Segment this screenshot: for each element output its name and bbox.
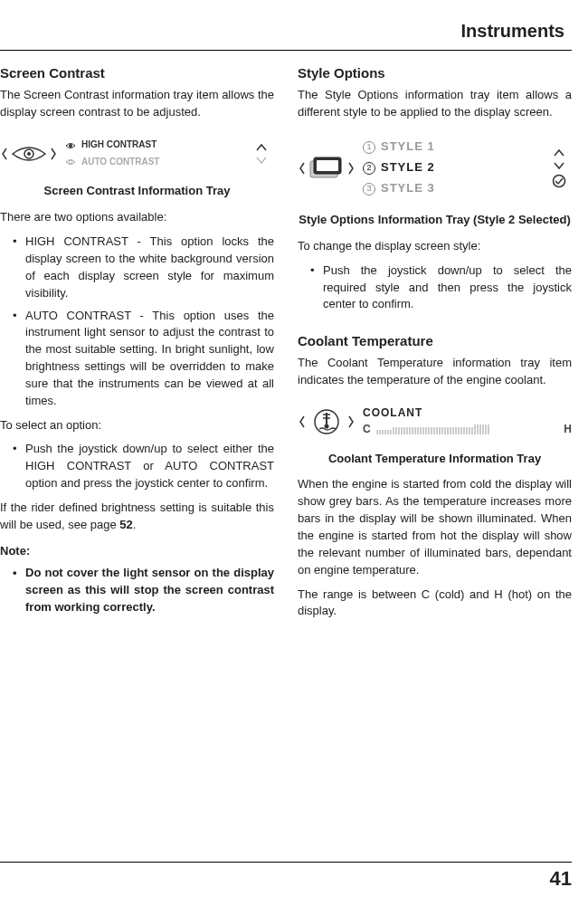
svg-point-1 bbox=[27, 152, 31, 156]
contrast-options-bullets: HIGH CONTRAST - This option locks the di… bbox=[0, 234, 274, 409]
page-header: Instruments bbox=[0, 18, 572, 51]
chevron-down-icon bbox=[553, 161, 565, 170]
right-column: Style Options The Style Options informat… bbox=[298, 63, 572, 627]
coolant-tray: COOLANT C H bbox=[298, 398, 572, 445]
coolant-nav-icon bbox=[298, 405, 356, 438]
style-change-bullets: Push the joystick down/up to select the … bbox=[298, 262, 572, 314]
eye-nav-icon bbox=[0, 139, 58, 168]
bullet-push-joystick: Push the joystick down/up to select eith… bbox=[13, 441, 274, 492]
para-style-intro: The Style Options information tray item … bbox=[298, 87, 572, 121]
contrast-up-down-arrows bbox=[249, 143, 274, 165]
caption-contrast-tray: Screen Contrast Information Tray bbox=[0, 183, 274, 200]
eye-outline-icon bbox=[65, 157, 76, 167]
contrast-options-list: HIGH CONTRAST AUTO CONTRAST bbox=[65, 137, 242, 170]
style-row-3: 3 STYLE 3 bbox=[363, 178, 539, 199]
para-coolant-behavior: When the engine is started from cold the… bbox=[298, 476, 572, 578]
coolant-c-label: C bbox=[363, 422, 371, 437]
style-number-2: 2 bbox=[363, 162, 375, 175]
two-column-layout: Screen Contrast The Screen Contrast info… bbox=[0, 63, 572, 627]
coolant-body: COOLANT C H bbox=[363, 405, 572, 437]
page-number: 41 bbox=[550, 864, 572, 893]
para-coolant-range: The range is between C (cold) and H (hot… bbox=[298, 587, 572, 621]
para-rider-brightness: If the rider defined brightness setting … bbox=[0, 500, 274, 534]
note-heading: Note: bbox=[0, 543, 274, 560]
para-contrast-intro: The Screen Contrast information tray ite… bbox=[0, 87, 274, 121]
heading-screen-contrast: Screen Contrast bbox=[0, 63, 274, 83]
chevron-up-icon bbox=[255, 143, 268, 152]
heading-coolant: Coolant Temperature bbox=[298, 331, 572, 351]
style-number-3: 3 bbox=[363, 183, 375, 196]
svg-point-12 bbox=[325, 424, 329, 428]
bullet-auto-contrast: AUTO CONTRAST - This option uses the ins… bbox=[13, 308, 274, 410]
para-rider-pre: If the rider defined brightness setting … bbox=[0, 501, 274, 531]
svg-rect-6 bbox=[317, 160, 338, 171]
para-to-select: To select an option: bbox=[0, 417, 274, 434]
select-bullets: Push the joystick down/up to select eith… bbox=[0, 441, 274, 492]
para-rider-post: . bbox=[133, 518, 137, 531]
style-row-2: 2 STYLE 2 bbox=[363, 157, 539, 178]
note-list: Do not cover the light sensor on the dis… bbox=[0, 565, 274, 616]
caption-style-tray: Style Options Information Tray (Style 2 … bbox=[298, 212, 572, 229]
heading-style-options: Style Options bbox=[298, 63, 572, 83]
coolant-bars bbox=[376, 424, 559, 434]
para-coolant-intro: The Coolant Temperature information tray… bbox=[298, 355, 572, 389]
screen-nav-icon bbox=[298, 152, 356, 185]
svg-point-7 bbox=[554, 175, 565, 186]
style-number-1: 1 bbox=[363, 141, 375, 154]
chevron-up-icon bbox=[553, 148, 565, 157]
style-label-3: STYLE 3 bbox=[381, 180, 435, 197]
bullet-style-push: Push the joystick down/up to select the … bbox=[310, 262, 572, 314]
bullet-high-contrast: HIGH CONTRAST - This option locks the di… bbox=[13, 234, 274, 301]
style-label-2: STYLE 2 bbox=[381, 159, 435, 176]
chevron-down-icon bbox=[255, 156, 268, 165]
style-label-1: STYLE 1 bbox=[381, 138, 435, 156]
left-column: Screen Contrast The Screen Contrast info… bbox=[0, 63, 274, 627]
contrast-option-auto: AUTO CONTRAST bbox=[65, 154, 242, 171]
eye-filled-icon bbox=[65, 140, 76, 151]
contrast-option-high: HIGH CONTRAST bbox=[65, 137, 242, 154]
para-to-change-style: To change the display screen style: bbox=[298, 238, 572, 255]
note-item: Do not cover the light sensor on the dis… bbox=[13, 565, 274, 616]
screen-contrast-tray: HIGH CONTRAST AUTO CONTRAST bbox=[0, 129, 274, 177]
style-options-tray: 1 STYLE 1 2 STYLE 2 3 STYLE 3 bbox=[298, 129, 572, 206]
svg-point-2 bbox=[69, 144, 72, 148]
coolant-h-label: H bbox=[564, 422, 572, 437]
page-header-title: Instruments bbox=[461, 21, 564, 41]
check-circle-icon bbox=[552, 174, 566, 188]
coolant-gauge-row: C H bbox=[363, 422, 572, 437]
style-list: 1 STYLE 1 2 STYLE 2 3 STYLE 3 bbox=[363, 137, 539, 199]
para-two-options: There are two options available: bbox=[0, 209, 274, 226]
style-up-down-check bbox=[546, 148, 572, 188]
footer-rule bbox=[0, 862, 572, 863]
style-row-1: 1 STYLE 1 bbox=[363, 137, 539, 157]
contrast-option-auto-label: AUTO CONTRAST bbox=[81, 156, 159, 169]
para-rider-page: 52 bbox=[119, 518, 132, 531]
contrast-option-high-label: HIGH CONTRAST bbox=[81, 138, 156, 152]
coolant-label: COOLANT bbox=[363, 405, 572, 421]
svg-point-3 bbox=[69, 160, 72, 164]
caption-coolant-tray: Coolant Temperature Information Tray bbox=[298, 451, 572, 468]
